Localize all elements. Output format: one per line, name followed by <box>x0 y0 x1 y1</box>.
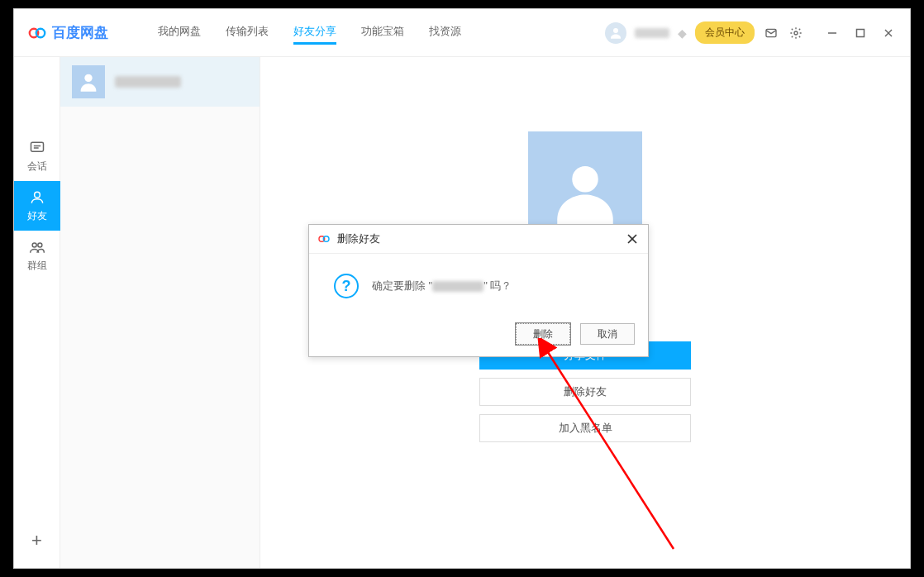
friend-list <box>60 57 260 568</box>
svg-point-16 <box>572 166 598 193</box>
window-controls <box>824 25 897 41</box>
app-logo: 百度网盘 <box>27 23 108 43</box>
sidebar-friends-label: 好友 <box>27 209 47 223</box>
sidebar-chat-label: 会话 <box>27 160 47 174</box>
sidebar-groups-label: 群组 <box>27 259 47 273</box>
minimize-button[interactable] <box>824 25 841 41</box>
app-window: 百度网盘 我的网盘 传输列表 好友分享 功能宝箱 找资源 ◆ 会员中心 <box>13 8 911 569</box>
delete-friend-button[interactable]: 删除好友 <box>479 378 691 406</box>
gear-icon[interactable] <box>788 25 804 41</box>
dialog-title: 删除好友 <box>337 231 380 246</box>
nav-friendshare[interactable]: 好友分享 <box>293 21 336 45</box>
nav-transfer[interactable]: 传输列表 <box>226 21 269 45</box>
username-redacted <box>635 28 669 38</box>
question-icon: ? <box>334 274 359 298</box>
dialog-close-button[interactable] <box>625 231 640 246</box>
dialog-confirm-button[interactable]: 删除 <box>516 323 570 345</box>
dialog-cancel-button[interactable]: 取消 <box>580 323 635 345</box>
logo-icon <box>27 23 47 43</box>
close-button[interactable] <box>880 25 897 41</box>
svg-point-13 <box>32 243 36 247</box>
svg-point-15 <box>84 74 92 82</box>
svg-rect-6 <box>857 29 864 36</box>
svg-point-4 <box>794 31 798 35</box>
sidebar-item-chat[interactable]: 会话 <box>14 131 60 181</box>
friend-list-item[interactable] <box>60 57 260 107</box>
friend-name-redacted <box>115 76 181 88</box>
top-nav: 我的网盘 传输列表 好友分享 功能宝箱 找资源 <box>158 21 461 45</box>
dialog-body: ? 确定要删除 "" 吗？ <box>309 254 648 323</box>
svg-point-14 <box>37 243 41 247</box>
nav-toolbox[interactable]: 功能宝箱 <box>361 21 404 45</box>
dialog-name-redacted <box>432 281 483 292</box>
dialog-message: 确定要删除 "" 吗？ <box>372 279 512 293</box>
nav-resources[interactable]: 找资源 <box>429 21 461 45</box>
svg-rect-9 <box>31 142 43 151</box>
blacklist-button[interactable]: 加入黑名单 <box>479 414 691 442</box>
nav-mydisk[interactable]: 我的网盘 <box>158 21 201 45</box>
member-center-button[interactable]: 会员中心 <box>695 21 755 44</box>
dialog-footer: 删除 取消 <box>309 323 648 356</box>
svg-point-12 <box>34 192 40 198</box>
sidebar-primary: 会话 好友 群组 + <box>14 57 60 568</box>
dialog-header: 删除好友 <box>309 225 648 254</box>
user-avatar-icon[interactable] <box>605 22 626 44</box>
svg-point-2 <box>613 28 618 33</box>
app-title: 百度网盘 <box>52 23 108 42</box>
dialog-logo-icon <box>317 232 331 246</box>
header: 百度网盘 我的网盘 传输列表 好友分享 功能宝箱 找资源 ◆ 会员中心 <box>14 9 910 57</box>
sidebar-item-friends[interactable]: 好友 <box>14 181 60 231</box>
mail-icon[interactable] <box>763 25 779 41</box>
friend-avatar-icon <box>72 65 105 98</box>
add-button[interactable]: + <box>31 530 42 551</box>
sidebar-item-groups[interactable]: 群组 <box>14 231 60 280</box>
confirm-dialog: 删除好友 ? 确定要删除 "" 吗？ 删除 取消 <box>308 224 649 357</box>
user-area: ◆ 会员中心 <box>605 21 897 44</box>
maximize-button[interactable] <box>852 25 869 41</box>
diamond-icon: ◆ <box>678 26 687 40</box>
